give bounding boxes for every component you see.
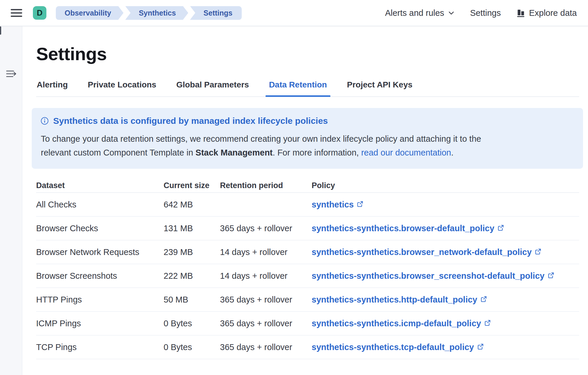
- callout-title: Synthetics data is configured by managed…: [53, 116, 328, 126]
- dataset-cell: All Checks: [36, 200, 164, 210]
- policy-link[interactable]: synthetics-synthetics.browser-default_po…: [312, 224, 494, 233]
- dataset-cell: TCP Pings: [36, 342, 164, 352]
- tab-global-parameters[interactable]: Global Parameters: [176, 80, 249, 97]
- size-cell: 131 MB: [164, 224, 220, 233]
- policy-cell: synthetics-synthetics.browser_network-de…: [312, 247, 579, 257]
- tab-bar: Alerting Private Locations Global Parame…: [36, 80, 579, 97]
- tab-private-locations[interactable]: Private Locations: [87, 80, 157, 97]
- alerts-and-rules-menu[interactable]: Alerts and rules: [385, 8, 455, 18]
- dataset-cell: HTTP Pings: [36, 295, 164, 305]
- callout-body-post: .: [451, 148, 453, 157]
- policy-link[interactable]: synthetics-synthetics.icmp-default_polic…: [312, 319, 481, 328]
- table-row: HTTP Pings 50 MB 365 days + rollover syn…: [36, 288, 579, 312]
- chevron-down-icon: [448, 10, 455, 16]
- size-cell: 239 MB: [164, 247, 220, 257]
- size-cell: 0 Bytes: [164, 342, 220, 352]
- policy-link[interactable]: synthetics-synthetics.browser_network-de…: [312, 247, 532, 257]
- dataset-cell: Browser Network Requests: [36, 247, 164, 257]
- column-header-retention-period: Retention period: [220, 181, 312, 190]
- retention-cell: 365 days + rollover: [220, 295, 312, 305]
- policy-cell: synthetics-synthetics.browser-default_po…: [312, 224, 579, 233]
- settings-nav-link[interactable]: Settings: [470, 8, 501, 18]
- column-header-dataset: Dataset: [36, 181, 164, 190]
- policy-link[interactable]: synthetics-synthetics.browser_screenshot…: [312, 271, 545, 281]
- external-link-icon: [481, 296, 487, 302]
- callout-body-bold: Stack Management: [196, 148, 273, 157]
- data-retention-table: Dataset Current size Retention period Po…: [36, 179, 579, 359]
- breadcrumb: Observability Synthetics Settings: [56, 6, 242, 20]
- info-icon: [41, 117, 49, 125]
- info-callout: Synthetics data is configured by managed…: [32, 108, 583, 169]
- scrollbar-thumb[interactable]: [0, 26, 1, 35]
- policy-cell: synthetics-synthetics.tcp-default_policy: [312, 342, 579, 352]
- breadcrumb-synthetics[interactable]: Synthetics: [125, 6, 188, 20]
- size-cell: 222 MB: [164, 271, 220, 281]
- settings-nav-label: Settings: [470, 8, 501, 18]
- table-row: All Checks 642 MB synthetics: [36, 193, 579, 217]
- table-row: ICMP Pings 0 Bytes 365 days + rollover s…: [36, 312, 579, 335]
- dataset-cell: Browser Screenshots: [36, 271, 164, 281]
- policy-cell: synthetics-synthetics.browser_screenshot…: [312, 271, 579, 281]
- retention-cell: 365 days + rollover: [220, 224, 312, 233]
- avatar[interactable]: D: [33, 6, 46, 20]
- callout-body-mid: . For more information,: [273, 148, 361, 157]
- explore-data-icon: [516, 9, 525, 18]
- policy-cell: synthetics: [312, 200, 579, 210]
- column-header-policy: Policy: [312, 181, 579, 190]
- table-header-row: Dataset Current size Retention period Po…: [36, 179, 579, 193]
- external-link-icon: [477, 343, 484, 350]
- menu-hamburger-icon[interactable]: [10, 8, 23, 18]
- retention-cell: 365 days + rollover: [220, 319, 312, 328]
- documentation-link[interactable]: read our documentation: [361, 148, 451, 157]
- table-row: Browser Network Requests 239 MB 14 days …: [36, 240, 579, 264]
- header-actions: Alerts and rules Settings Explore data: [385, 8, 577, 18]
- tab-project-api-keys[interactable]: Project API Keys: [346, 80, 413, 97]
- tab-alerting[interactable]: Alerting: [36, 80, 68, 97]
- explore-data-link[interactable]: Explore data: [516, 8, 577, 18]
- tab-data-retention[interactable]: Data Retention: [268, 80, 328, 97]
- retention-cell: 14 days + rollover: [220, 247, 312, 257]
- external-link-icon: [535, 248, 541, 255]
- breadcrumb-observability[interactable]: Observability: [56, 6, 123, 20]
- table-row: Browser Screenshots 222 MB 14 days + rol…: [36, 264, 579, 288]
- top-header: D Observability Synthetics Settings Aler…: [0, 0, 588, 26]
- external-link-icon: [498, 224, 504, 231]
- column-header-current-size: Current size: [164, 181, 220, 190]
- dataset-cell: Browser Checks: [36, 224, 164, 233]
- collapsed-sidebar: [0, 26, 22, 375]
- external-link-icon: [484, 320, 491, 326]
- policy-link[interactable]: synthetics-synthetics.tcp-default_policy: [312, 342, 474, 352]
- policy-link[interactable]: synthetics: [312, 200, 354, 210]
- main-content: Settings Alerting Private Locations Glob…: [22, 26, 588, 359]
- policy-cell: synthetics-synthetics.icmp-default_polic…: [312, 319, 579, 328]
- external-link-icon: [357, 201, 363, 207]
- breadcrumb-settings[interactable]: Settings: [190, 6, 242, 20]
- alerts-and-rules-label: Alerts and rules: [385, 8, 444, 18]
- callout-body: To change your data retention settings, …: [41, 132, 510, 160]
- explore-data-label: Explore data: [529, 8, 577, 18]
- dataset-cell: ICMP Pings: [36, 319, 164, 328]
- retention-cell: 365 days + rollover: [220, 342, 312, 352]
- policy-link[interactable]: synthetics-synthetics.http-default_polic…: [312, 295, 477, 305]
- size-cell: 0 Bytes: [164, 319, 220, 328]
- size-cell: 642 MB: [164, 200, 220, 210]
- policy-cell: synthetics-synthetics.http-default_polic…: [312, 295, 579, 305]
- page-title: Settings: [36, 44, 579, 64]
- retention-cell: 14 days + rollover: [220, 271, 312, 281]
- table-row: Browser Checks 131 MB 365 days + rollove…: [36, 217, 579, 240]
- expand-nav-icon[interactable]: [5, 67, 17, 80]
- size-cell: 50 MB: [164, 295, 220, 305]
- external-link-icon: [548, 272, 554, 278]
- table-row: TCP Pings 0 Bytes 365 days + rollover sy…: [36, 335, 579, 359]
